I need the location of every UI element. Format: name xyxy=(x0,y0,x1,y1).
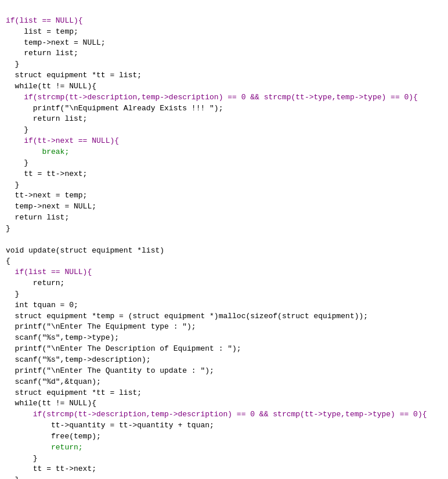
code-line-6: struct equipment *tt = list; xyxy=(6,71,142,80)
code-line-42: } xyxy=(6,476,19,479)
code-line-3: temp->next = NULL; xyxy=(6,38,106,47)
code-line-25: } xyxy=(6,290,19,298)
code-line-19: return list; xyxy=(6,213,69,222)
code-line-27: struct equipment *temp = (struct equipme… xyxy=(6,312,368,320)
code-line-14: } xyxy=(6,159,28,167)
code-line-2: list = temp; xyxy=(6,27,78,36)
code-line-12: if(tt->next == NULL){ xyxy=(6,136,119,145)
code-line-41: tt = tt->next; xyxy=(6,464,96,473)
code-line-4: return list; xyxy=(6,49,78,57)
code-line-5: } xyxy=(6,60,19,69)
code-line-40: } xyxy=(6,454,38,463)
code-line-33: scanf("%d",&tquan); xyxy=(6,377,101,386)
code-line-17: tt->next = temp; xyxy=(6,191,87,200)
code-line-9: printf("\nEquipment Already Exists !!! "… xyxy=(6,104,223,113)
code-line-18: temp->next = NULL; xyxy=(6,202,96,211)
code-line-11: } xyxy=(6,125,28,134)
code-line-15: tt = tt->next; xyxy=(6,170,87,178)
code-line-36: if(strcmp(tt->description,temp->descript… xyxy=(6,410,427,419)
code-line-7: while(tt != NULL){ xyxy=(6,82,96,91)
code-line-20: } xyxy=(6,224,10,233)
code-line-16: } xyxy=(6,181,19,189)
code-line-32: printf("\nEnter The Quantity to update :… xyxy=(6,366,214,375)
code-line-8: if(strcmp(tt->description,temp->descript… xyxy=(6,93,418,102)
code-line-26: int tquan = 0; xyxy=(6,301,78,309)
code-line-39: return; xyxy=(6,443,83,452)
code-line-23: if(list == NULL){ xyxy=(6,268,92,276)
code-line-22: { xyxy=(6,257,10,265)
code-line-34: struct equipment *tt = list; xyxy=(6,388,142,397)
code-line-31: scanf("%s",temp->description); xyxy=(6,355,151,364)
code-line-21: void update(struct equipment *list) xyxy=(6,246,164,255)
code-line-30: printf("\nEnter The Description of Equip… xyxy=(6,344,241,353)
code-line-38: free(temp); xyxy=(6,432,101,441)
code-line-28: printf("\nEnter The Equipment type : "); xyxy=(6,322,196,331)
code-editor: if(list == NULL){ list = temp; temp->nex… xyxy=(6,5,442,479)
code-line-29: scanf("%s",temp->type); xyxy=(6,333,119,342)
code-line-10: return list; xyxy=(6,114,87,123)
code-line-13: break; xyxy=(6,147,69,156)
code-line-1: if(list == NULL){ xyxy=(6,16,83,25)
code-line-24: return; xyxy=(6,279,64,287)
code-line-37: tt->quantity = tt->quantity + tquan; xyxy=(6,421,214,430)
code-line-35: while(tt != NULL){ xyxy=(6,399,96,408)
